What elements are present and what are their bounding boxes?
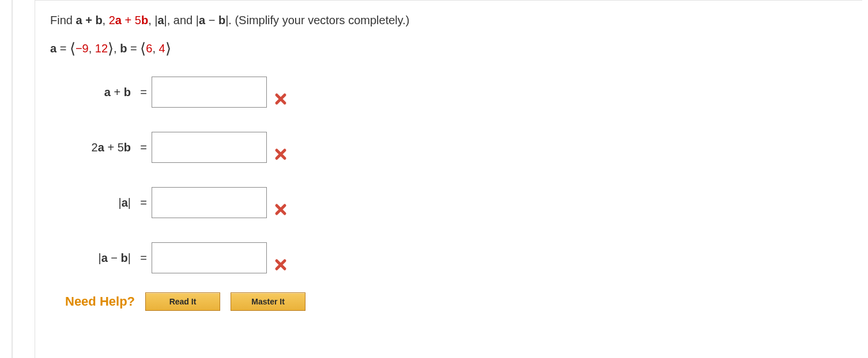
row2-b: b — [124, 141, 131, 154]
prompt-comma2: , | — [148, 14, 157, 26]
row-2a-plus-5b: 2a + 5b = — [50, 127, 847, 168]
label-abs-a: |a| — [50, 196, 135, 210]
help-row: Need Help? Read It Master It — [65, 292, 847, 311]
incorrect-icon — [274, 203, 288, 216]
given-b-comma: , — [152, 42, 158, 55]
prompt-abs-b: b — [218, 14, 225, 26]
row-a-plus-b: a + b = — [50, 71, 847, 113]
prompt-comma3: |, and | — [164, 14, 199, 26]
row4-bar2: | — [128, 252, 131, 264]
incorrect-icon — [274, 147, 288, 161]
given-eq1: = — [56, 42, 70, 55]
input-2a-plus-5b[interactable] — [152, 132, 267, 163]
prompt-tail: |. (Simplify your vectors completely.) — [225, 14, 409, 26]
prompt-5: 5 — [135, 14, 141, 26]
given-sep: , — [114, 42, 120, 55]
prompt-text: Find — [50, 14, 76, 26]
given-a-v2: 12 — [95, 42, 108, 55]
left-divider — [12, 0, 13, 358]
row1-a: a — [104, 86, 111, 98]
question-content: Find a + b, 2a + 5b, |a|, and |a − b|. (… — [35, 0, 862, 358]
row3-eq: = — [135, 196, 152, 210]
question-page: Find a + b, 2a + 5b, |a|, and |a − b|. (… — [0, 0, 868, 358]
label-a-plus-b: a + b — [50, 86, 135, 99]
angle-left-2: ⟨ — [140, 40, 146, 57]
row1-eq: = — [135, 86, 152, 99]
given-a-comma: , — [89, 42, 95, 55]
prompt-a: a — [115, 14, 122, 26]
row-abs-a: |a| = — [50, 182, 847, 223]
row2-a: a — [98, 141, 104, 154]
read-it-button[interactable]: Read It — [145, 292, 220, 311]
row2-plus: + — [104, 141, 118, 154]
given-vectors: a = ⟨−9, 12⟩, b = ⟨6, 4⟩ — [50, 40, 847, 58]
input-a-plus-b[interactable] — [152, 77, 267, 108]
row3-bar2: | — [128, 196, 131, 209]
row4-a: a — [101, 252, 108, 264]
label-2a-plus-5b: 2a + 5b — [50, 141, 135, 154]
prompt-plus: + — [122, 14, 135, 26]
row2-5: 5 — [118, 141, 124, 154]
row1-b: b — [124, 86, 131, 98]
prompt-minus: − — [205, 14, 218, 26]
need-help-label: Need Help? — [65, 294, 135, 309]
incorrect-icon — [274, 92, 288, 106]
input-abs-a-minus-b[interactable] — [152, 242, 267, 273]
row-abs-a-minus-b: |a − b| = — [50, 237, 847, 279]
given-eq2: = — [127, 42, 140, 55]
given-a-v1: −9 — [76, 42, 89, 55]
row4-eq: = — [135, 252, 152, 265]
prompt-a-plus-b: a + b — [76, 14, 102, 26]
master-it-button[interactable]: Master It — [231, 292, 305, 311]
prompt-b: b — [141, 14, 148, 26]
given-b-v1: 6 — [146, 42, 152, 55]
given-b-label: b — [120, 42, 127, 55]
answers-block: a + b = 2a + 5b = |a| — [50, 71, 847, 279]
row1-plus: + — [111, 86, 124, 98]
angle-right-1: ⟩ — [108, 40, 114, 57]
prompt-abs-a2: a — [199, 14, 205, 26]
row4-b: b — [121, 252, 128, 264]
row2-2: 2 — [92, 141, 98, 154]
given-a-label: a — [50, 42, 56, 55]
angle-left-1: ⟨ — [70, 40, 76, 57]
row3-a: a — [122, 196, 128, 209]
prompt-comma1: , — [103, 14, 109, 26]
row2-eq: = — [135, 141, 152, 154]
angle-right-2: ⟩ — [165, 40, 171, 57]
given-b-v2: 4 — [159, 42, 165, 55]
prompt-2: 2 — [109, 14, 115, 26]
incorrect-icon — [274, 258, 288, 272]
prompt-abs-a: a — [157, 14, 164, 26]
label-abs-a-minus-b: |a − b| — [50, 252, 135, 265]
input-abs-a[interactable] — [152, 187, 267, 218]
row4-minus: − — [108, 252, 121, 264]
question-prompt: Find a + b, 2a + 5b, |a|, and |a − b|. (… — [50, 12, 847, 28]
